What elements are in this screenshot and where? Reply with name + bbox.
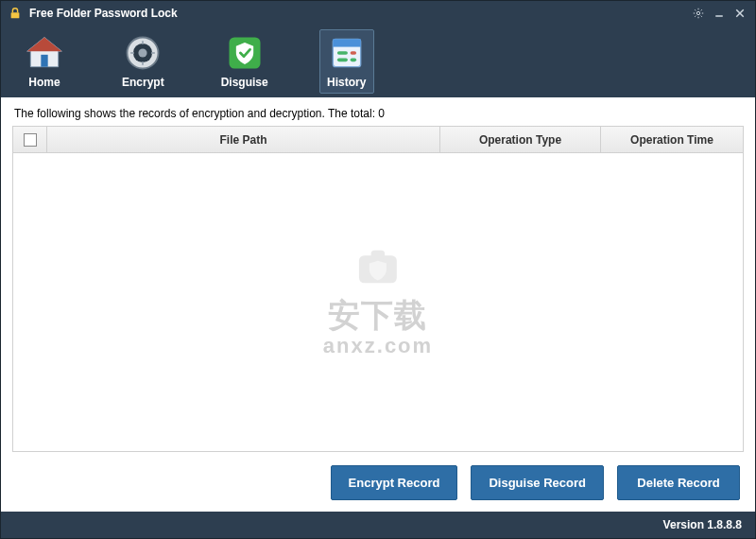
encrypt-record-button[interactable]: Encrypt Record: [331, 465, 458, 500]
col-operation-type[interactable]: Operation Type: [440, 127, 601, 152]
watermark: 安下载 anxz.com: [323, 235, 433, 357]
close-button[interactable]: [732, 6, 747, 21]
nav-encrypt[interactable]: Encrypt: [116, 30, 170, 93]
shield-icon: [224, 32, 266, 74]
svg-rect-25: [333, 39, 360, 46]
svg-rect-31: [371, 250, 386, 258]
version-text: Version 1.8.8.8: [663, 518, 742, 531]
watermark-line1: 安下载: [328, 293, 427, 337]
records-table: File Path Operation Type Operation Time …: [12, 126, 744, 452]
action-bar: Encrypt Record Disguise Record Delete Re…: [12, 452, 744, 500]
table-header: File Path Operation Type Operation Time: [13, 127, 743, 153]
svg-line-6: [695, 9, 696, 10]
svg-rect-30: [359, 255, 397, 283]
nav-home-label: Home: [28, 76, 60, 89]
svg-rect-15: [41, 55, 47, 67]
home-icon: [24, 32, 65, 74]
disguise-record-button[interactable]: Disguise Record: [471, 465, 604, 500]
app-window: Free Folder Password Lock Home: [0, 0, 756, 539]
nav-disguise[interactable]: Disguise: [215, 30, 274, 93]
watermark-line2: anxz.com: [323, 333, 433, 357]
nav-encrypt-label: Encrypt: [122, 76, 164, 89]
vault-icon: [122, 32, 163, 74]
svg-rect-0: [11, 12, 20, 18]
select-all-checkbox[interactable]: [24, 133, 37, 147]
svg-point-18: [139, 48, 147, 57]
svg-rect-26: [337, 51, 348, 55]
svg-rect-29: [350, 59, 355, 62]
svg-rect-28: [337, 59, 348, 62]
app-lock-icon: [9, 7, 22, 20]
svg-rect-27: [350, 51, 355, 55]
svg-line-7: [701, 16, 702, 17]
nav-disguise-label: Disguise: [221, 76, 268, 89]
history-icon: [326, 32, 368, 74]
settings-button[interactable]: [691, 6, 706, 21]
status-bar: Version 1.8.8.8: [1, 512, 755, 538]
nav-history[interactable]: History: [319, 29, 374, 94]
col-file-path[interactable]: File Path: [47, 127, 440, 152]
svg-line-8: [695, 16, 696, 17]
window-title: Free Folder Password Lock: [29, 7, 685, 20]
main-area: The following shows the records of encry…: [1, 97, 755, 512]
total-count: 0: [378, 107, 385, 120]
delete-record-button[interactable]: Delete Record: [617, 465, 740, 500]
svg-marker-14: [27, 38, 62, 52]
col-checkbox: [13, 127, 47, 152]
col-operation-time[interactable]: Operation Time: [601, 127, 743, 152]
titlebar: Free Folder Password Lock: [1, 1, 755, 26]
nav-home[interactable]: Home: [18, 30, 71, 93]
table-body: 安下载 anxz.com: [13, 153, 743, 451]
toolbar: Home Encrypt Disguise: [1, 26, 755, 97]
svg-point-1: [696, 11, 699, 14]
nav-history-label: History: [327, 76, 366, 89]
description-text: The following shows the records of encry…: [12, 103, 744, 126]
minimize-button[interactable]: [712, 6, 727, 21]
svg-line-9: [701, 9, 702, 10]
